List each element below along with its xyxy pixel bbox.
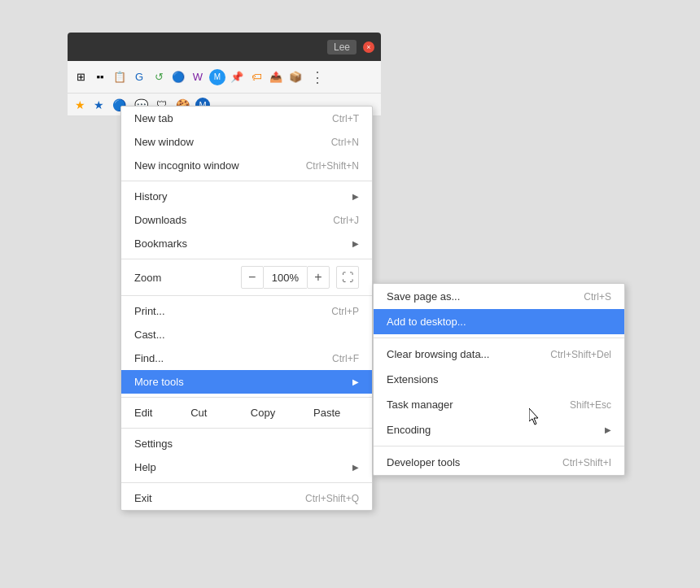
menu-item-new-tab[interactable]: New tab Ctrl+T <box>121 107 372 130</box>
paste-button[interactable]: Paste <box>295 401 359 425</box>
divider-1 <box>121 181 372 181</box>
downloads-shortcut: Ctrl+J <box>333 215 359 226</box>
history-arrow: ▶ <box>352 192 359 201</box>
dev-tools-label: Developer tools <box>387 456 546 468</box>
submenu-item-dev-tools[interactable]: Developer tools Ctrl+Shift+I <box>374 450 624 475</box>
encoding-label: Encoding <box>387 424 602 436</box>
print-label: Print... <box>134 305 315 317</box>
browser-chrome: Lee × ⊞ ▪▪ 📋 G ↺ 🔵 W M 📌 🏷 📤 📦 ⋮ ★ ★ 🔵 💬… <box>68 33 381 116</box>
menu-item-cast[interactable]: Cast... <box>121 323 372 346</box>
find-shortcut: Ctrl+F <box>332 353 359 364</box>
help-arrow: ▶ <box>352 463 359 472</box>
incognito-shortcut: Ctrl+Shift+N <box>306 160 359 172</box>
bookmark-2[interactable]: ★ <box>91 98 107 111</box>
bookmarks-label: Bookmarks <box>134 237 349 250</box>
edit-row: Edit Cut Copy Paste <box>121 401 372 425</box>
divider-4 <box>121 397 372 398</box>
menu-item-bookmarks[interactable]: Bookmarks ▶ <box>121 232 372 255</box>
zoom-label: Zoom <box>134 272 241 284</box>
menu-item-downloads[interactable]: Downloads Ctrl+J <box>121 208 372 232</box>
cast-label: Cast... <box>134 329 359 341</box>
divider-5 <box>121 428 372 429</box>
icon-2[interactable]: G <box>131 69 147 85</box>
icon-8[interactable]: 🏷 <box>248 69 265 85</box>
user-label: Lee <box>327 40 357 54</box>
zoom-in-button[interactable]: + <box>307 266 330 289</box>
browser-toolbar: ⊞ ▪▪ 📋 G ↺ 🔵 W M 📌 🏷 📤 📦 ⋮ <box>68 61 381 94</box>
submenu-item-task-manager[interactable]: Task manager Shift+Esc <box>374 392 624 417</box>
icon-4[interactable]: 🔵 <box>170 69 186 85</box>
icon-7[interactable]: 📌 <box>229 69 245 85</box>
edit-label: Edit <box>134 407 167 419</box>
more-tools-label: More tools <box>134 376 349 388</box>
more-tools-arrow: ▶ <box>352 377 359 386</box>
zoom-value: 100% <box>264 266 307 289</box>
menu-item-settings[interactable]: Settings <box>121 432 372 455</box>
more-tools-submenu: Save page as... Ctrl+S Add to desktop...… <box>373 283 625 476</box>
zoom-fullscreen-button[interactable]: ⛶ <box>336 266 359 289</box>
clear-browsing-label: Clear browsing data... <box>387 348 534 360</box>
menu-item-find[interactable]: Find... Ctrl+F <box>121 346 372 370</box>
menu-item-print[interactable]: Print... Ctrl+P <box>121 299 372 323</box>
new-window-label: New window <box>134 136 315 148</box>
extensions-label: Extensions <box>387 373 611 385</box>
more-menu-icon[interactable]: ⋮ <box>307 68 327 86</box>
browser-titlebar: Lee × <box>68 33 381 61</box>
save-page-shortcut: Ctrl+S <box>584 291 611 303</box>
exit-label: Exit <box>134 492 289 504</box>
menu-item-incognito[interactable]: New incognito window Ctrl+Shift+N <box>121 154 372 177</box>
find-label: Find... <box>134 352 316 364</box>
submenu-divider-2 <box>374 446 624 446</box>
svg-marker-0 <box>529 408 538 425</box>
print-shortcut: Ctrl+P <box>331 306 359 317</box>
icon-9[interactable]: 📤 <box>268 69 284 85</box>
new-window-shortcut: Ctrl+N <box>331 137 359 148</box>
divider-3 <box>121 295 372 296</box>
submenu-item-save-page[interactable]: Save page as... Ctrl+S <box>374 284 624 309</box>
help-label: Help <box>134 461 349 473</box>
icon-5[interactable]: W <box>190 69 206 85</box>
submenu-item-encoding[interactable]: Encoding ▶ <box>374 417 624 442</box>
menu-item-history[interactable]: History ▶ <box>121 185 372 208</box>
zoom-out-button[interactable]: − <box>241 266 264 289</box>
cut-button[interactable]: Cut <box>167 401 231 425</box>
new-tab-label: New tab <box>134 112 316 124</box>
menu-item-more-tools[interactable]: More tools ▶ <box>121 370 372 394</box>
bookmarks-arrow: ▶ <box>352 239 359 248</box>
zoom-row: Zoom − 100% + ⛶ <box>121 263 372 292</box>
add-desktop-label: Add to desktop... <box>387 316 611 328</box>
submenu-item-add-desktop[interactable]: Add to desktop... <box>374 309 624 334</box>
exit-shortcut: Ctrl+Shift+Q <box>305 493 359 504</box>
divider-6 <box>121 482 372 483</box>
new-tab-shortcut: Ctrl+T <box>332 113 359 124</box>
ext-icon[interactable]: ▪▪ <box>92 69 108 85</box>
bookmark-1[interactable]: ★ <box>72 98 88 111</box>
divider-2 <box>121 259 372 259</box>
save-page-label: Save page as... <box>387 290 567 303</box>
encoding-arrow: ▶ <box>605 425 611 434</box>
icon-1[interactable]: 📋 <box>112 69 128 85</box>
submenu-divider-1 <box>374 338 624 338</box>
downloads-label: Downloads <box>134 214 317 226</box>
context-menu: New tab Ctrl+T New window Ctrl+N New inc… <box>120 106 373 511</box>
incognito-label: New incognito window <box>134 159 290 172</box>
dev-tools-shortcut: Ctrl+Shift+I <box>562 457 611 468</box>
settings-label: Settings <box>134 438 359 450</box>
icon-10[interactable]: 📦 <box>287 69 304 85</box>
icon-3[interactable]: ↺ <box>151 69 167 85</box>
menu-item-help[interactable]: Help ▶ <box>121 455 372 479</box>
cursor <box>529 408 539 423</box>
close-button[interactable]: × <box>363 41 374 53</box>
submenu-item-clear-browsing[interactable]: Clear browsing data... Ctrl+Shift+Del <box>374 342 624 367</box>
clear-browsing-shortcut: Ctrl+Shift+Del <box>550 349 611 360</box>
menu-item-new-window[interactable]: New window Ctrl+N <box>121 130 372 154</box>
task-manager-shortcut: Shift+Esc <box>570 399 611 411</box>
copy-button[interactable]: Copy <box>231 401 295 425</box>
submenu-item-extensions[interactable]: Extensions <box>374 367 624 392</box>
history-label: History <box>134 190 349 203</box>
close-icon: × <box>366 43 370 51</box>
icon-6[interactable]: M <box>209 69 225 85</box>
apps-icon[interactable]: ⊞ <box>72 69 89 85</box>
menu-item-exit[interactable]: Exit Ctrl+Shift+Q <box>121 486 372 510</box>
